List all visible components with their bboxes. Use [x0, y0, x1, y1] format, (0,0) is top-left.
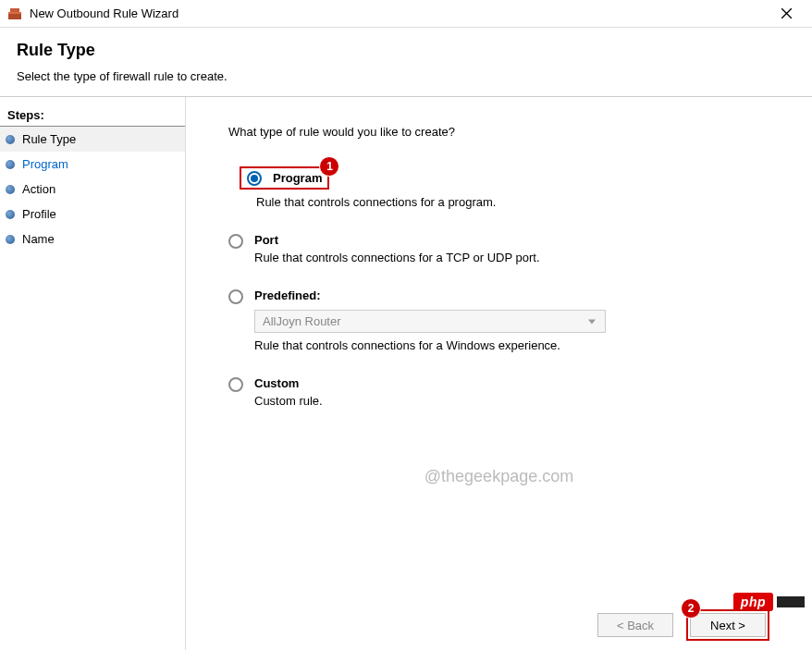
option-predefined: Predefined: AllJoyn Router Rule that con… — [228, 288, 779, 352]
bullet-icon — [6, 235, 15, 244]
page-title: Rule Type — [17, 41, 795, 60]
php-badge: php — [733, 593, 805, 611]
svg-rect-1 — [8, 12, 21, 14]
step-rule-type[interactable]: Rule Type — [0, 127, 185, 152]
bullet-icon — [6, 135, 15, 144]
steps-sidebar: Steps: Rule Type Program Action Profile … — [0, 97, 185, 650]
svg-rect-2 — [10, 8, 19, 12]
bullet-icon — [6, 210, 15, 219]
page-subtitle: Select the type of firewall rule to crea… — [17, 69, 795, 83]
content-area: Steps: Rule Type Program Action Profile … — [0, 96, 812, 650]
option-port-desc: Rule that controls connections for a TCP… — [254, 251, 779, 264]
callout-badge-2: 2 — [681, 598, 701, 619]
step-label: Name — [22, 232, 55, 246]
option-port-title: Port — [254, 233, 779, 247]
php-badge-bar — [777, 596, 805, 607]
radio-program[interactable] — [247, 171, 262, 186]
radio-custom[interactable] — [228, 377, 243, 392]
close-icon — [781, 8, 792, 18]
next-button-highlight: 2 Next > — [686, 609, 769, 641]
titlebar: New Outbound Rule Wizard — [0, 0, 812, 28]
window-title: New Outbound Rule Wizard — [30, 6, 768, 20]
page-header: Rule Type Select the type of firewall ru… — [0, 28, 812, 98]
step-name[interactable]: Name — [0, 227, 185, 251]
step-label: Program — [22, 157, 68, 171]
option-program: Program 1 — [228, 166, 779, 190]
step-label: Action — [22, 182, 55, 196]
rule-type-prompt: What type of rule would you like to crea… — [228, 125, 779, 139]
option-custom-title: Custom — [254, 376, 779, 390]
option-predefined-title: Predefined: — [254, 288, 779, 302]
bullet-icon — [6, 160, 15, 169]
close-button[interactable] — [768, 0, 805, 28]
callout-badge-1: 1 — [319, 156, 339, 177]
step-action[interactable]: Action — [0, 177, 185, 202]
option-predefined-desc: Rule that controls connections for a Win… — [254, 338, 779, 352]
back-button[interactable]: < Back — [597, 613, 673, 637]
radio-predefined[interactable] — [228, 289, 243, 304]
step-label: Profile — [22, 207, 56, 221]
option-program-title: Program — [273, 171, 322, 185]
option-program-highlight: Program 1 — [240, 166, 329, 190]
rule-type-options: Program 1 Rule that controls connections… — [228, 166, 779, 408]
php-badge-text: php — [733, 593, 773, 611]
next-button[interactable]: Next > — [690, 613, 766, 637]
firewall-icon — [7, 6, 22, 21]
radio-port[interactable] — [228, 234, 243, 249]
step-program[interactable]: Program — [0, 152, 185, 177]
predefined-dropdown: AllJoyn Router — [254, 310, 606, 333]
main-panel: What type of rule would you like to crea… — [185, 97, 812, 650]
option-program-desc: Rule that controls connections for a pro… — [256, 195, 779, 209]
step-label: Rule Type — [22, 132, 76, 146]
step-profile[interactable]: Profile — [0, 202, 185, 227]
wizard-footer: < Back 2 Next > — [597, 609, 801, 641]
steps-heading: Steps: — [0, 106, 185, 127]
option-custom: Custom Custom rule. — [228, 376, 779, 408]
watermark-text: @thegeekpage.com — [424, 467, 573, 486]
option-custom-desc: Custom rule. — [254, 394, 779, 408]
option-port: Port Rule that controls connections for … — [228, 233, 779, 264]
bullet-icon — [6, 185, 15, 194]
